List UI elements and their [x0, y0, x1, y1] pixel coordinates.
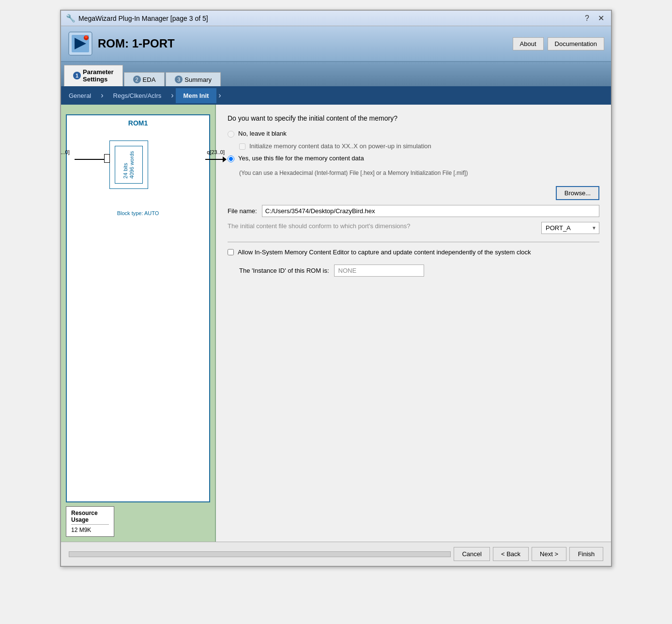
address-pin-label: address[11..0]: [61, 149, 70, 155]
sub-nav-regs[interactable]: Regs/Clken/Aclrs: [106, 88, 169, 103]
sub-option-init: Initialize memory content data to XX..X …: [239, 142, 599, 150]
editor-checkbox[interactable]: [228, 249, 234, 255]
sub-nav-mem-init-label: Mem Init: [183, 92, 209, 99]
help-button[interactable]: ?: [583, 14, 591, 23]
wire-right: [205, 159, 224, 160]
tab-label-2: EDA: [143, 76, 156, 83]
sub-nav: General › Regs/Clken/Aclrs › Mem Init ›: [61, 86, 611, 105]
title-bar-left: 🔧 MegaWizard Plug-In Manager [page 3 of …: [66, 14, 208, 23]
divider-line: [228, 242, 599, 242]
finish-button[interactable]: Finish: [569, 547, 603, 561]
resource-value: 12 M9K: [71, 527, 109, 533]
port-select-wrap: PORT_A PORT_B: [541, 222, 599, 234]
radio-yes-option: Yes, use this file for the memory conten…: [228, 155, 599, 162]
header-logo: ROM: 1-PORT: [68, 31, 175, 56]
sub-nav-regs-label: Regs/Clken/Aclrs: [113, 92, 162, 99]
arrow-icon-3: ›: [216, 91, 223, 100]
file-row: File name:: [228, 205, 599, 217]
sub-nav-mem-init[interactable]: Mem Init: [176, 88, 217, 103]
main-window: 🔧 MegaWizard Plug-In Manager [page 3 of …: [60, 10, 612, 567]
browse-button[interactable]: Browse...: [556, 186, 599, 200]
bits-words-label: 24 bits 4096 words: [122, 151, 135, 179]
instance-label: The 'Instance ID' of this ROM is:: [239, 267, 329, 274]
block-inner: 24 bits 4096 words: [115, 146, 143, 184]
title-bar-right: ? ✕: [583, 14, 606, 23]
port-row: The initial content file should conform …: [228, 222, 599, 234]
tab-parameter-settings[interactable]: 1 ParameterSettings: [64, 65, 123, 86]
left-panel: ROM1 24 bits 4096 words: [61, 105, 216, 542]
arrow-icon-1: ›: [99, 91, 105, 100]
sub-nav-general[interactable]: General: [61, 88, 99, 103]
port-question-label: The initial content file should conform …: [228, 222, 536, 231]
wizard-icon: 🔧: [66, 14, 76, 23]
section-question: Do you want to specify the initial conte…: [228, 114, 599, 122]
radio-yes[interactable]: [228, 156, 234, 162]
radio-group: No, leave it blank Initialize memory con…: [228, 130, 599, 177]
window-title: MegaWizard Plug-In Manager [page 3 of 5]: [78, 15, 208, 22]
diagram-title: ROM1: [71, 119, 205, 127]
radio-no[interactable]: [228, 131, 234, 138]
cancel-button[interactable]: Cancel: [454, 547, 489, 561]
register-box: [104, 154, 110, 163]
tab-eda[interactable]: 2 EDA: [124, 72, 165, 86]
editor-checkbox-label: Allow In-System Memory Content Editor to…: [238, 248, 531, 257]
title-bar: 🔧 MegaWizard Plug-In Manager [page 3 of …: [61, 11, 611, 26]
file-name-input[interactable]: [262, 205, 599, 217]
tab-summary[interactable]: 3 Summary: [166, 72, 221, 86]
resource-title: Resource Usage: [71, 510, 109, 525]
instance-row: The 'Instance ID' of this ROM is:: [239, 265, 599, 277]
browse-row: Browse...: [228, 186, 599, 200]
documentation-button[interactable]: Documentation: [548, 37, 604, 50]
diagram-inner: 24 bits 4096 words address[11..0] q[23..…: [71, 131, 205, 208]
svg-point-4: [85, 35, 88, 38]
file-name-label: File name:: [228, 207, 257, 215]
radio-yes-label: Yes, use this file for the memory conten…: [238, 155, 364, 162]
arrow-right: [223, 156, 227, 162]
radio-no-label: No, leave it blank: [238, 130, 287, 137]
close-button[interactable]: ✕: [596, 14, 606, 23]
tab-label-1: ParameterSettings: [83, 68, 114, 83]
q-pin-label: q[23..0]: [207, 149, 225, 155]
footer: Cancel < Back Next > Finish: [61, 542, 611, 566]
block-type-label: Block type: AUTO: [71, 210, 205, 216]
block-box: 24 bits 4096 words: [109, 140, 148, 189]
back-button[interactable]: < Back: [493, 547, 529, 561]
diagram-box: ROM1 24 bits 4096 words: [66, 114, 210, 502]
about-button[interactable]: About: [513, 37, 544, 50]
logo-icon: [68, 31, 93, 56]
main-content: ROM1 24 bits 4096 words: [61, 105, 611, 542]
sub-nav-general-label: General: [69, 92, 91, 99]
init-checkbox[interactable]: [239, 143, 245, 150]
port-select[interactable]: PORT_A PORT_B: [541, 222, 599, 234]
init-checkbox-label: Initialize memory content data to XX..X …: [249, 142, 431, 150]
instance-input[interactable]: [334, 265, 424, 277]
resource-box: Resource Usage 12 M9K: [66, 506, 114, 537]
arrow-icon-2: ›: [169, 91, 175, 100]
tab-number-3: 3: [175, 76, 183, 83]
next-button[interactable]: Next >: [532, 547, 566, 561]
header-title: ROM: 1-PORT: [98, 37, 175, 50]
editor-checkbox-row: Allow In-System Memory Content Editor to…: [228, 248, 599, 257]
tab-number-2: 2: [133, 76, 141, 83]
right-panel: Do you want to specify the initial conte…: [216, 105, 611, 542]
tab-label-3: Summary: [184, 76, 212, 83]
tab-number-1: 1: [73, 72, 81, 79]
yes-description: (You can use a Hexadecimal (Intel-format…: [239, 169, 599, 177]
header-buttons: About Documentation: [513, 37, 604, 50]
radio-no-option: No, leave it blank: [228, 130, 599, 138]
scrollbar[interactable]: [69, 551, 451, 557]
header-area: ROM: 1-PORT About Documentation: [61, 26, 611, 62]
tabs-row: 1 ParameterSettings 2 EDA 3 Summary: [61, 62, 611, 86]
